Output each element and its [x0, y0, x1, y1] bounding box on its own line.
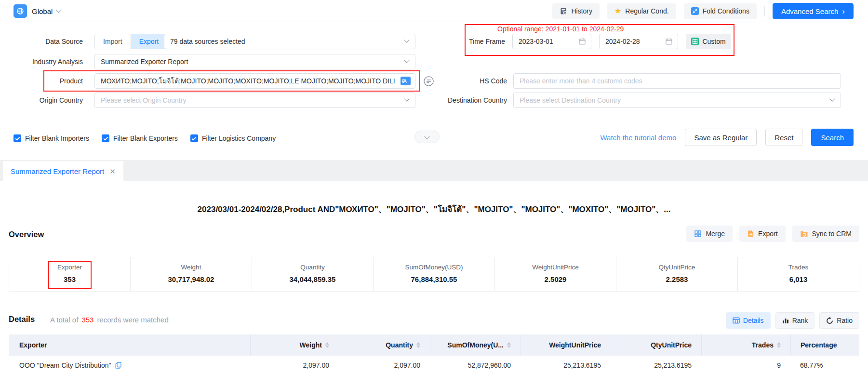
ratio-view-icon	[826, 317, 833, 324]
stat-label: Quantity	[252, 264, 373, 271]
tutorial-demo-link[interactable]: Watch the tutorial demo	[601, 133, 677, 142]
stat-label: Weight	[131, 264, 252, 271]
custom-range-button[interactable]: Custom	[686, 34, 731, 49]
details-view-label: Details	[743, 317, 764, 324]
tab-summarized-exporter-report[interactable]: Summarized Exporter Report ✕	[3, 161, 123, 182]
export-label: Export	[758, 230, 777, 238]
divider	[764, 6, 765, 16]
rank-view-icon	[782, 317, 789, 324]
search-button[interactable]: Search	[811, 129, 854, 146]
hs-code-label: HS Code	[414, 73, 507, 89]
total-count: 353	[81, 316, 93, 324]
origin-country-label: Origin Country	[0, 93, 83, 108]
ratio-view-label: Ratio	[837, 317, 853, 324]
fold-icon	[691, 7, 699, 15]
reset-button[interactable]: Reset	[765, 129, 802, 146]
start-date-field[interactable]: 2023-03-01	[512, 34, 591, 49]
copy-icon[interactable]	[115, 362, 121, 369]
destination-country-select[interactable]: Please select Destination Country	[513, 93, 841, 108]
cell-weight: 2,097.00	[250, 356, 339, 373]
history-icon	[560, 7, 567, 15]
import-toggle[interactable]: Import	[95, 34, 131, 49]
industry-analysis-select[interactable]: Summarized Exporter Report	[94, 54, 415, 69]
filter-blank-exporters-checkbox[interactable]: Filter Blank Exporters	[102, 134, 178, 142]
rank-view-button[interactable]: Rank	[775, 312, 815, 329]
filter-logistics-company-checkbox[interactable]: Filter Logistics Company	[190, 134, 276, 142]
data-source-value: 79 data sources selected	[170, 38, 245, 45]
merge-label: Merge	[706, 230, 725, 238]
regular-cond-button[interactable]: ★ Regular Cond.	[607, 3, 676, 19]
sort-icon[interactable]	[325, 342, 329, 348]
fold-conditions-label: Fold Conditions	[703, 7, 749, 15]
save-as-regular-button[interactable]: Save as Regular	[685, 129, 757, 146]
stat-value: 2.2583	[616, 275, 737, 283]
expand-conditions-button[interactable]	[414, 131, 440, 143]
column-sum-of-money[interactable]: SumOfMoney(U...	[430, 334, 521, 356]
details-view-button[interactable]: Details	[726, 312, 771, 329]
stat-trades: Trades 6,013	[737, 257, 859, 291]
chevron-down-icon	[404, 96, 409, 101]
chevron-down-icon	[404, 57, 409, 63]
hs-code-input[interactable]	[513, 73, 841, 89]
rank-view-label: Rank	[792, 317, 808, 324]
exporter-name[interactable]: OOO "Dream City Distribution"	[19, 361, 111, 369]
product-label: Product	[0, 73, 83, 89]
product-input[interactable]	[94, 73, 415, 89]
origin-country-select[interactable]: Please select Origin Country	[94, 93, 415, 108]
regular-cond-label: Regular Cond.	[625, 7, 668, 15]
chevron-down-icon	[424, 133, 429, 139]
stat-weight-unit-price: WeightUnitPrice 2.5029	[494, 257, 616, 291]
data-source-label: Data Source	[0, 34, 83, 49]
data-source-select[interactable]: 79 data sources selected	[164, 34, 415, 49]
stat-label: SumOfMoney(USD)	[374, 264, 494, 271]
region-selector[interactable]: Global	[32, 5, 61, 17]
stat-value: 2.5029	[495, 275, 616, 283]
stat-sum-of-money: SumOfMoney(USD) 76,884,310.55	[373, 257, 494, 291]
stat-value: 76,884,310.55	[374, 275, 494, 283]
chevron-right-icon: ›	[842, 7, 845, 15]
column-label: Exporter	[19, 341, 47, 349]
calendar-icon	[665, 38, 673, 45]
sort-icon[interactable]	[777, 342, 781, 348]
sync-folder-icon	[800, 230, 808, 238]
merge-button[interactable]: Merge	[686, 226, 733, 242]
cell-exporter[interactable]: OOO "Dream City Distribution"	[9, 356, 250, 373]
history-button[interactable]: History	[552, 3, 600, 19]
export-button[interactable]: Export	[739, 226, 785, 242]
region-label: Global	[32, 7, 53, 15]
advanced-search-button[interactable]: Advanced Search ›	[773, 3, 854, 19]
column-label: SumOfMoney(U...	[447, 341, 504, 349]
chevron-down-icon	[56, 7, 62, 13]
advanced-search-label: Advanced Search	[781, 7, 838, 15]
history-label: History	[571, 7, 592, 15]
tab-strip: Summarized Exporter Report ✕	[0, 160, 868, 181]
sort-icon[interactable]	[416, 342, 420, 348]
merge-icon	[694, 230, 702, 238]
details-table: Exporter Weight Quantity SumOfMoney(U...…	[9, 334, 859, 373]
overview-card: Exporter 353 Weight 30,717,948.02 Quanti…	[9, 257, 859, 292]
stat-value: 34,044,859.35	[252, 275, 373, 283]
column-quantity[interactable]: Quantity	[339, 334, 430, 356]
end-date-field[interactable]: 2024-02-28	[599, 34, 678, 49]
ratio-view-button[interactable]: Ratio	[819, 312, 859, 329]
column-trades[interactable]: Trades	[701, 334, 790, 356]
stat-label: Trades	[738, 264, 859, 271]
industry-analysis-value: Summarized Exporter Report	[101, 58, 188, 66]
stat-label: WeightUnitPrice	[495, 264, 616, 271]
stat-exporter: Exporter 353	[9, 257, 130, 291]
close-icon[interactable]: ✕	[109, 167, 116, 176]
origin-country-placeholder: Please select Origin Country	[101, 96, 186, 104]
translate-icon[interactable]: A	[401, 77, 411, 87]
export-toggle[interactable]: Export	[131, 34, 167, 49]
column-label: Trades	[752, 341, 774, 349]
chevron-down-icon	[404, 37, 409, 42]
filter-blank-importers-checkbox[interactable]: Filter Blank Importers	[13, 134, 89, 142]
column-weight[interactable]: Weight	[250, 334, 339, 356]
sort-icon[interactable]	[507, 342, 511, 348]
column-qty-unit-price: QtyUnitPrice	[611, 334, 701, 356]
sync-to-crm-button[interactable]: Sync to CRM	[792, 226, 859, 242]
app-logo[interactable]	[13, 4, 27, 18]
fold-conditions-button[interactable]: Fold Conditions	[684, 3, 757, 19]
column-percentage: Percentage	[790, 334, 859, 356]
stat-weight: Weight 30,717,948.02	[130, 257, 252, 291]
